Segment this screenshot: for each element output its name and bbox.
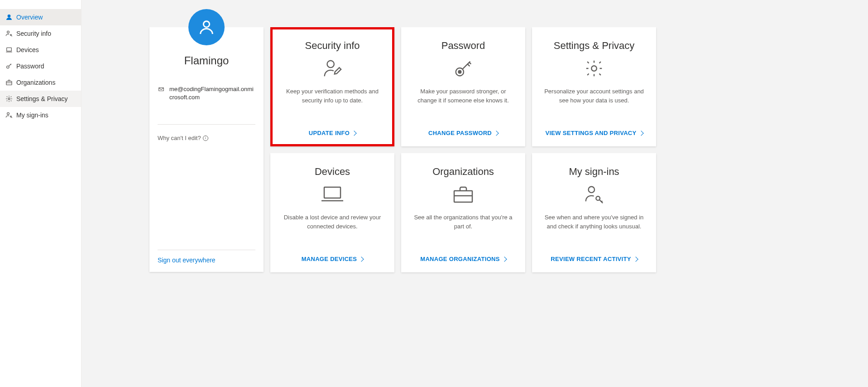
tile-title: Devices [315, 166, 350, 178]
avatar [188, 9, 225, 45]
svg-point-8 [10, 116, 12, 117]
chevron-right-icon [638, 131, 643, 135]
person-key-icon [5, 111, 13, 119]
gear-icon [584, 58, 604, 79]
sidebar-item-label: Devices [16, 46, 39, 53]
tiles-grid: Security info Keep your verification met… [270, 27, 656, 272]
tile-my-signins: My sign-ins See when and where you've si… [532, 153, 656, 272]
tile-desc: See all the organizations that you're a … [410, 213, 516, 251]
svg-point-17 [589, 187, 595, 193]
svg-point-18 [596, 196, 600, 200]
laptop-icon [5, 46, 13, 53]
sidebar-item-security-info[interactable]: Security info [0, 25, 81, 42]
key-icon [453, 58, 474, 79]
tile-action-label: VIEW SETTINGS AND PRIVACY [545, 130, 636, 136]
sidebar-item-label: My sign-ins [16, 111, 48, 119]
sidebar-item-label: Password [16, 63, 44, 70]
sidebar-item-overview[interactable]: Overview [0, 9, 81, 25]
svg-point-7 [7, 112, 10, 115]
tile-action-label: MANAGE DEVICES [302, 256, 357, 262]
person-edit-icon [322, 58, 343, 79]
tile-action-label: MANAGE ORGANIZATIONS [420, 256, 499, 262]
tile-security-info: Security info Keep your verification met… [270, 27, 394, 146]
signout-section: Sign out everywhere [158, 250, 255, 264]
profile-name: Flamingo [158, 54, 255, 67]
sidebar-item-devices[interactable]: Devices [0, 42, 81, 58]
tile-action-label: UPDATE INFO [309, 130, 350, 136]
svg-point-4 [7, 66, 9, 68]
profile-email-row: me@codingFlamingogmail.onmicrosoft.com [158, 85, 255, 102]
chevron-right-icon [494, 131, 499, 135]
chevron-right-icon [359, 256, 364, 261]
review-recent-activity-link[interactable]: REVIEW RECENT ACTIVITY [551, 256, 637, 262]
svg-rect-15 [324, 187, 340, 198]
tile-title: My sign-ins [569, 166, 619, 178]
why-cant-edit-label: Why can't I edit? [158, 135, 201, 141]
manage-devices-link[interactable]: MANAGE DEVICES [302, 256, 364, 262]
svg-rect-3 [7, 48, 12, 51]
key-icon [5, 63, 13, 70]
manage-organizations-link[interactable]: MANAGE ORGANIZATIONS [420, 256, 506, 262]
tile-desc: Make your password stronger, or change i… [410, 87, 516, 125]
tile-title: Settings & Privacy [554, 40, 635, 52]
svg-point-14 [591, 66, 597, 71]
tile-desc: Personalize your account settings and se… [541, 87, 647, 125]
tile-title: Security info [305, 40, 360, 52]
divider [158, 124, 255, 125]
tile-desc: See when and where you've signed in and … [541, 213, 647, 251]
svg-point-11 [327, 61, 334, 68]
tile-organizations: Organizations See all the organizations … [401, 153, 525, 272]
chevron-right-icon [633, 256, 638, 261]
change-password-link[interactable]: CHANGE PASSWORD [428, 130, 498, 136]
briefcase-icon [452, 184, 475, 205]
svg-rect-16 [454, 191, 472, 202]
svg-point-1 [7, 31, 10, 33]
view-settings-privacy-link[interactable]: VIEW SETTINGS AND PRIVACY [545, 130, 643, 136]
sidebar-item-label: Overview [16, 14, 43, 21]
tile-action-label: REVIEW RECENT ACTIVITY [551, 256, 631, 262]
main-content: Flamingo me@codingFlamingogmail.onmicros… [82, 0, 868, 387]
svg-point-13 [458, 71, 461, 73]
gear-icon [5, 95, 13, 102]
chevron-right-icon [502, 256, 507, 261]
sidebar: Overview Security info Devices Password … [0, 0, 82, 387]
tile-desc: Disable a lost device and review your co… [279, 213, 385, 251]
avatar-person-icon [197, 18, 216, 36]
chevron-right-icon [352, 131, 357, 135]
svg-point-0 [8, 15, 10, 17]
sidebar-item-label: Security info [16, 30, 51, 37]
sidebar-item-organizations[interactable]: Organizations [0, 74, 81, 91]
mail-icon [158, 86, 165, 92]
tile-devices: Devices Disable a lost device and review… [270, 153, 394, 272]
svg-point-6 [8, 98, 10, 100]
laptop-icon [320, 184, 345, 205]
person-key-icon [5, 30, 13, 37]
tile-title: Organizations [432, 166, 494, 178]
briefcase-icon [5, 79, 13, 86]
sidebar-item-settings-privacy[interactable]: Settings & Privacy [0, 91, 81, 107]
person-key-icon [584, 184, 604, 205]
tile-settings-privacy: Settings & Privacy Personalize your acco… [532, 27, 656, 146]
tile-desc: Keep your verification methods and secur… [279, 87, 385, 125]
svg-point-9 [203, 21, 209, 27]
tile-title: Password [441, 40, 485, 52]
update-info-link[interactable]: UPDATE INFO [309, 130, 356, 136]
sidebar-item-password[interactable]: Password [0, 58, 81, 74]
sidebar-item-label: Settings & Privacy [16, 95, 68, 102]
signout-everywhere-link[interactable]: Sign out everywhere [158, 256, 216, 264]
sidebar-item-my-signins[interactable]: My sign-ins [0, 107, 81, 123]
profile-card: Flamingo me@codingFlamingogmail.onmicros… [149, 27, 264, 272]
info-icon: i [203, 135, 208, 141]
svg-point-2 [10, 34, 12, 36]
profile-email: me@codingFlamingogmail.onmicrosoft.com [169, 85, 255, 102]
person-icon [5, 14, 13, 21]
tile-action-label: CHANGE PASSWORD [428, 130, 492, 136]
sidebar-item-label: Organizations [16, 79, 55, 86]
why-cant-edit-link[interactable]: Why can't I edit? i [158, 135, 255, 141]
tile-password: Password Make your password stronger, or… [401, 27, 525, 146]
